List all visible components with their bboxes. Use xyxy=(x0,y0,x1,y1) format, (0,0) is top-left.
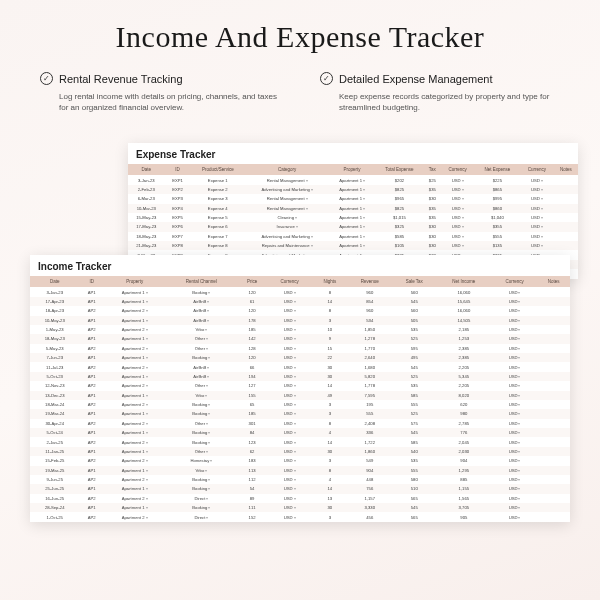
cell: Insurance▾ xyxy=(245,222,329,231)
cell: 21-May-23 xyxy=(128,241,165,250)
cell: 14 xyxy=(313,437,348,446)
dropdown-icon: ▾ xyxy=(145,365,148,370)
cell: 18-May-23 xyxy=(128,232,165,241)
column-header: ID xyxy=(165,164,191,175)
cell: Apartment 2▾ xyxy=(104,362,165,371)
cell: 1,155 xyxy=(436,484,492,493)
dropdown-icon: ▾ xyxy=(517,468,520,473)
cell: EXP8 xyxy=(165,241,191,250)
cell: Other▾ xyxy=(165,344,237,353)
table-row: 21-May-23EXP8Expense 8Repairs and Mainte… xyxy=(128,241,578,250)
cell: 194 xyxy=(237,372,266,381)
feature-desc: Log rental income with details on pricin… xyxy=(40,91,280,113)
cell: 65 xyxy=(237,400,266,409)
column-header: Property xyxy=(329,164,374,175)
cell: Expense 8 xyxy=(191,241,245,250)
cell: 30-Apr-24 xyxy=(30,419,79,428)
income-sheet-title: Income Tracker xyxy=(30,255,570,276)
cell: 620 xyxy=(436,400,492,409)
cell: USD▾ xyxy=(267,494,313,503)
dropdown-icon: ▾ xyxy=(293,515,296,520)
dropdown-icon: ▾ xyxy=(207,430,210,435)
table-row: 30-Apr-24AP2Apartment 2▾Other▾301USD▾82,… xyxy=(30,419,570,428)
cell: USD▾ xyxy=(492,306,538,315)
dropdown-icon: ▾ xyxy=(293,449,296,454)
column-header: Date xyxy=(128,164,165,175)
dropdown-icon: ▾ xyxy=(310,243,313,248)
cell: 756 xyxy=(347,484,392,493)
dropdown-icon: ▾ xyxy=(293,411,296,416)
cell: 525 xyxy=(392,409,436,418)
table-row: 7-Jun-23AP1Apartment 1▾Booking▾120USD▾22… xyxy=(30,353,570,362)
cell: 2,205 xyxy=(436,362,492,371)
column-header: Rental Channel xyxy=(165,276,237,287)
cell: Advertising and Marketing▾ xyxy=(245,185,329,194)
cell: AP1 xyxy=(79,297,104,306)
dropdown-icon: ▾ xyxy=(461,243,464,248)
dropdown-icon: ▾ xyxy=(362,215,365,220)
dropdown-icon: ▾ xyxy=(517,449,520,454)
dropdown-icon: ▾ xyxy=(362,187,365,192)
cell: USD▾ xyxy=(492,456,538,465)
cell: USD▾ xyxy=(441,222,475,231)
dropdown-icon: ▾ xyxy=(293,383,296,388)
cell: AP1 xyxy=(79,334,104,343)
cell: Rental Management▾ xyxy=(245,194,329,203)
dropdown-icon: ▾ xyxy=(293,421,296,426)
cell: 776 xyxy=(436,428,492,437)
cell: 2,045 xyxy=(436,437,492,446)
cell xyxy=(554,194,578,203)
dropdown-icon: ▾ xyxy=(517,402,520,407)
cell: $30 xyxy=(424,241,441,250)
dropdown-icon: ▾ xyxy=(305,178,308,183)
dropdown-icon: ▾ xyxy=(293,402,296,407)
cell: Booking▾ xyxy=(165,400,237,409)
cell xyxy=(537,306,570,315)
cell: 13-Dec-23 xyxy=(30,391,79,400)
cell: USD▾ xyxy=(267,428,313,437)
cell: AP1 xyxy=(79,391,104,400)
dropdown-icon: ▾ xyxy=(145,393,148,398)
page-title: Income And Expense Tracker xyxy=(0,0,600,72)
cell: 17-Apr-23 xyxy=(30,297,79,306)
dropdown-icon: ▾ xyxy=(293,346,296,351)
cell: Apartment 1▾ xyxy=(329,213,374,222)
dropdown-icon: ▾ xyxy=(145,355,148,360)
dropdown-icon: ▾ xyxy=(461,206,464,211)
dropdown-icon: ▾ xyxy=(310,234,313,239)
cell: Other▾ xyxy=(165,447,237,456)
feature-desc: Keep expense records categorized by prop… xyxy=(320,91,560,113)
dropdown-icon: ▾ xyxy=(461,234,464,239)
cell: $35 xyxy=(424,185,441,194)
cell: Apartment 1▾ xyxy=(329,241,374,250)
dropdown-icon: ▾ xyxy=(517,318,520,323)
cell: 1-May-23 xyxy=(30,325,79,334)
cell: USD▾ xyxy=(492,344,538,353)
column-header: Product/Service xyxy=(191,164,245,175)
cell: USD▾ xyxy=(441,241,475,250)
cell: USD▾ xyxy=(441,232,475,241)
cell: 1,680 xyxy=(347,362,392,371)
dropdown-icon: ▾ xyxy=(145,290,148,295)
dropdown-icon: ▾ xyxy=(293,477,296,482)
cell: 8 xyxy=(313,287,348,296)
cell: 1,565 xyxy=(436,494,492,503)
cell: Apartment 2▾ xyxy=(104,437,165,446)
cell: USD▾ xyxy=(492,494,538,503)
cell: 456 xyxy=(347,512,392,521)
cell: Rental Management▾ xyxy=(245,204,329,213)
cell: Expense 7 xyxy=(191,232,245,241)
cell: AP1 xyxy=(79,287,104,296)
table-row: 9-Jun-25AP2Apartment 2▾Booking▾112USD▾44… xyxy=(30,475,570,484)
cell: 4 xyxy=(313,475,348,484)
table-row: 11-Jan-25AP1Apartment 1▾Other▾62USD▾301,… xyxy=(30,447,570,456)
dropdown-icon: ▾ xyxy=(461,178,464,183)
cell: 30 xyxy=(313,362,348,371)
cell xyxy=(537,419,570,428)
cell: USD▾ xyxy=(441,175,475,184)
dropdown-icon: ▾ xyxy=(293,468,296,473)
cell: USD▾ xyxy=(267,372,313,381)
cell: USD▾ xyxy=(492,484,538,493)
cell: Apartment 2▾ xyxy=(104,306,165,315)
column-header: Nights xyxy=(313,276,348,287)
